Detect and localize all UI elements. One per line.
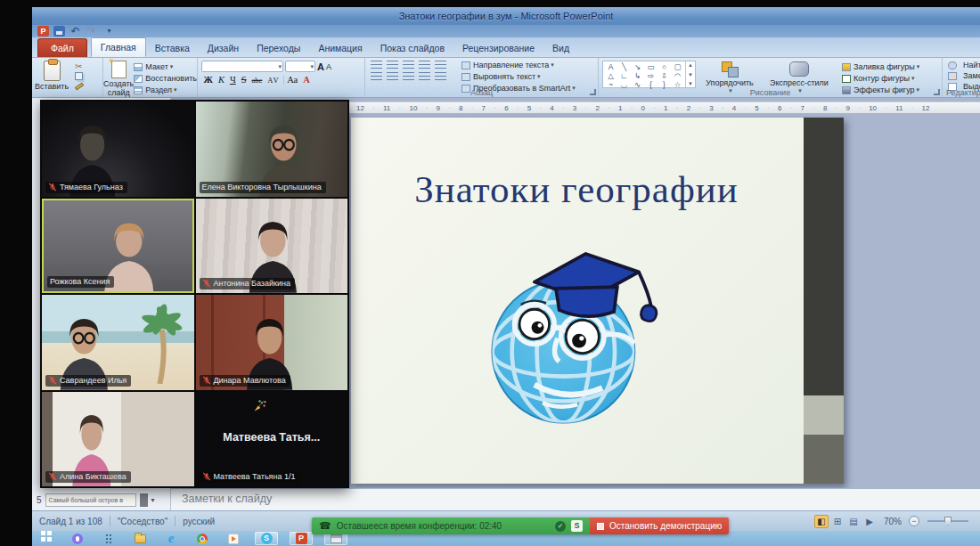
normal-view-button[interactable]: ◧ [814,515,829,528]
tab-Показ слайдов[interactable]: Показ слайдов [372,39,453,57]
participant-tile[interactable]: Алина Бикташева [42,392,194,487]
shape-glyph[interactable]: ▢ [671,62,684,71]
file-explorer[interactable] [130,532,150,545]
yandex-browser[interactable] [68,532,87,545]
save-icon[interactable] [53,26,65,37]
align-text-button[interactable]: Выровнять текст▾ [461,71,576,82]
align-center-icon[interactable] [387,72,398,81]
zoom-slider[interactable] [927,520,968,522]
stop-share-button[interactable]: Остановить демонстрацию [590,517,729,534]
tab-Анимация[interactable]: Анимация [309,39,371,57]
media-player[interactable] [224,532,243,545]
shape-glyph[interactable]: ↘ [631,62,644,71]
pinned-dots[interactable] [99,532,118,545]
shape-outline-button[interactable]: Контур фигуры▾ [842,73,919,84]
shape-glyph[interactable]: ⇩ [657,71,671,80]
line-spacing-icon[interactable] [435,61,446,69]
tab-file[interactable]: Файл [37,38,87,57]
reading-view-button[interactable]: ▤ [846,515,861,528]
shapes-gallery[interactable]: A╲↘▭○▢△∟↳⇨⇩◠~◡∿{}☆ ▲▼▼ [602,61,696,88]
replace-button[interactable]: Заменить▾ [948,70,980,81]
font-style-button[interactable]: abc [249,76,265,85]
copy-icon[interactable] [75,72,83,80]
reset-button[interactable]: Восстановить [134,73,197,84]
skype[interactable] [255,532,278,545]
tab-Вставка[interactable]: Вставка [146,39,199,57]
font-style-button[interactable]: Аа [285,75,300,85]
powerpoint[interactable] [290,532,313,545]
font-style-button[interactable]: Ж [201,75,215,85]
cut-icon[interactable]: ✂ [75,62,84,70]
shape-glyph[interactable]: ∟ [617,71,631,80]
font-style-button[interactable]: А [301,75,313,85]
slide-sorter-button[interactable]: ⊞ [830,515,845,528]
slide-title-text[interactable]: Знатоки географии [358,167,795,211]
chrome[interactable] [192,532,212,545]
start-button[interactable] [37,532,56,545]
participant-tile[interactable]: Динара Мавлютова [196,295,348,390]
format-painter-icon[interactable] [75,82,84,90]
participant-tile[interactable]: Елена Викторовна Тырлышкина [196,102,348,197]
shape-glyph[interactable]: ╲ [617,62,631,71]
shape-glyph[interactable]: ◠ [671,71,684,80]
justify-icon[interactable] [419,72,430,81]
internet-explorer[interactable] [161,532,181,545]
align-left-icon[interactable] [371,72,382,81]
font-style-button[interactable]: Ч [227,75,238,85]
notes-pane[interactable]: Заметки к слайду [171,488,980,510]
font-style-button[interactable]: S [239,75,249,85]
bullets-icon[interactable] [371,61,382,69]
globe-mascot-graphic[interactable] [485,239,663,433]
outline-scrollbar-thumb[interactable] [140,493,148,507]
participant-tile[interactable]: Матвеева Татья...Матвеева Татьяна 1/1 [196,392,348,487]
undo-icon[interactable]: ↶ [69,26,81,37]
participant-tile[interactable]: Рожкова Ксения [42,199,194,294]
language-indicator[interactable]: русский [183,517,215,526]
slide-canvas[interactable]: Знатоки географии [351,118,844,484]
theme-name[interactable]: "Соседство" [118,517,167,526]
tab-Дизайн[interactable]: Дизайн [199,39,248,57]
shapes-scroll-arrows[interactable]: ▲▼▼ [685,61,695,87]
tab-Переходы[interactable]: Переходы [248,39,309,57]
decrease-indent-icon[interactable] [403,61,414,69]
redo-icon[interactable]: ↷ [86,26,97,37]
participant-tile[interactable]: Тямаева Гульназ [42,102,194,197]
font-style-button[interactable]: К [216,75,226,85]
grow-font-button[interactable]: А [317,61,324,72]
shape-glyph[interactable]: ⇨ [644,71,657,80]
shape-glyph[interactable]: ○ [657,62,671,71]
zoom-out-button[interactable]: − [909,516,919,526]
slideshow-button[interactable]: ▶ [862,515,877,528]
numbering-icon[interactable] [387,61,398,69]
increase-indent-icon[interactable] [419,61,430,69]
shape-fill-button[interactable]: Заливка фигуры▾ [842,61,919,72]
participant-tile[interactable]: Антонина Базайкина [196,199,348,294]
zoom-percentage[interactable]: 70% [884,517,902,526]
align-right-icon[interactable] [403,72,414,81]
shrink-font-button[interactable]: А [326,62,331,71]
text-direction-button[interactable]: Направление текста▾ [461,60,576,70]
titlebar[interactable]: Знатоки географии в зум - Microsoft Powe… [32,7,980,25]
find-button[interactable]: Найти [948,60,980,70]
font-name-select[interactable] [201,61,283,72]
participant-tile[interactable]: Саврандеев Илья [42,295,194,390]
tab-Вид[interactable]: Вид [543,39,578,57]
outline-dropdown-icon[interactable]: ▾ [151,496,155,504]
new-slide-button[interactable]: Создать слайд [103,58,134,97]
outline-item[interactable]: 5 Самый большой остров в ▾ [37,493,168,508]
qat-dropdown-icon[interactable]: ▾ [103,26,115,37]
zoom-meeting-window[interactable]: Тямаева ГульназЕлена Викторовна Тырлышки… [40,100,349,488]
tab-Рецензирование[interactable]: Рецензирование [453,39,543,57]
drawing-dialog-launcher[interactable] [934,89,940,95]
font-size-select[interactable] [285,61,315,72]
section-button[interactable]: Раздел▾ [134,85,197,95]
columns-icon[interactable] [435,72,446,81]
shape-glyph[interactable]: A [604,62,617,71]
paste-button[interactable]: Вставить [32,58,71,97]
paragraph-dialog-launcher[interactable] [590,89,596,95]
shape-glyph[interactable]: ↳ [631,71,644,80]
tab-Главная[interactable]: Главная [91,37,146,57]
powerpoint-app-icon[interactable]: P [37,26,49,37]
shape-glyph[interactable]: ▭ [644,62,657,71]
layout-button[interactable]: Макет▾ [134,61,197,72]
